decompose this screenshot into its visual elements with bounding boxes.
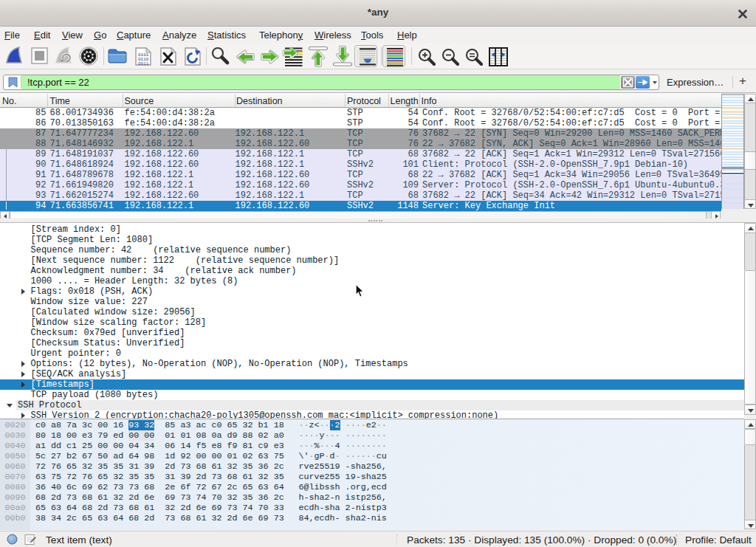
svg-text:0011: 0011 bbox=[138, 61, 149, 66]
